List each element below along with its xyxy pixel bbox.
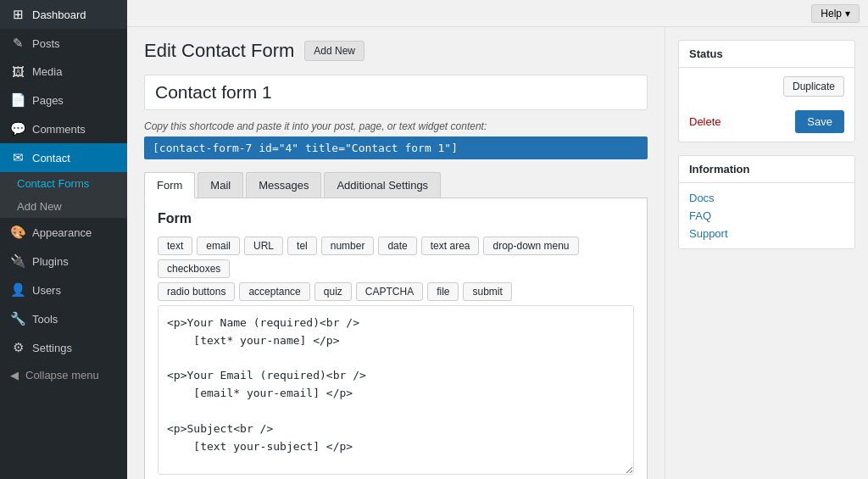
tag-btn-url[interactable]: URL (244, 237, 283, 255)
tag-btn-quiz[interactable]: quiz (314, 282, 352, 301)
sidebar-item-label: Appearance (32, 226, 92, 239)
left-content: Edit Contact Form Add New Copy this shor… (127, 27, 665, 479)
shortcode-label: Copy this shortcode and paste it into yo… (144, 120, 648, 132)
save-button[interactable]: Save (795, 110, 844, 133)
sidebar-item-settings[interactable]: ⚙ Settings (0, 333, 127, 362)
collapse-icon: ◀ (10, 369, 19, 382)
tab-messages[interactable]: Messages (246, 172, 321, 198)
info-links: Docs FAQ Support (689, 192, 844, 240)
status-box-body: Duplicate Delete Save (679, 68, 854, 142)
sidebar-item-appearance[interactable]: 🎨 Appearance (0, 218, 127, 247)
tag-row-1: text email URL tel number date text area… (158, 237, 634, 278)
tag-row-2: radio buttons acceptance quiz CAPTCHA fi… (158, 282, 634, 301)
tag-btn-acceptance[interactable]: acceptance (239, 282, 309, 301)
tab-mail[interactable]: Mail (198, 172, 243, 198)
collapse-menu[interactable]: ◀ Collapse menu (0, 362, 127, 388)
sidebar-item-media[interactable]: 🖼 Media (0, 58, 127, 86)
sidebar-item-tools[interactable]: 🔧 Tools (0, 304, 127, 333)
tag-btn-email[interactable]: email (197, 237, 240, 255)
plugins-icon: 🔌 (10, 253, 25, 269)
sidebar-item-pages[interactable]: 📄 Pages (0, 86, 127, 114)
tag-btn-submit[interactable]: submit (463, 282, 511, 301)
posts-icon: ✎ (10, 36, 25, 51)
form-name-input[interactable] (144, 75, 648, 110)
tag-btn-captcha[interactable]: CAPTCHA (356, 282, 423, 301)
add-new-button[interactable]: Add New (304, 41, 364, 61)
tab-additional-settings[interactable]: Additional Settings (324, 172, 441, 198)
form-content-textarea[interactable] (158, 305, 634, 475)
pages-icon: 📄 (10, 92, 25, 108)
status-box: Status Duplicate Delete Save (678, 40, 855, 142)
settings-icon: ⚙ (10, 340, 25, 355)
help-label: Help (821, 8, 842, 19)
sidebar-item-contact-forms[interactable]: Contact Forms (0, 172, 127, 195)
sidebar-menu: ⊞ Dashboard ✎ Posts 🖼 Media 📄 Pages 💬 Co… (0, 0, 127, 388)
sidebar: ⊞ Dashboard ✎ Posts 🖼 Media 📄 Pages 💬 Co… (0, 0, 127, 479)
help-button[interactable]: Help ▾ (811, 4, 860, 23)
info-box-body: Docs FAQ Support (679, 183, 854, 248)
status-bottom-actions: Delete Save (689, 103, 844, 133)
sidebar-item-users[interactable]: 👤 Users (0, 276, 127, 304)
duplicate-button[interactable]: Duplicate (783, 76, 844, 97)
tag-btn-radio[interactable]: radio buttons (158, 282, 235, 301)
sidebar-sub-label: Add New (17, 200, 62, 213)
media-icon: 🖼 (10, 64, 25, 79)
collapse-label: Collapse menu (25, 369, 99, 382)
users-icon: 👤 (10, 282, 25, 298)
page-title: Edit Contact Form (144, 40, 294, 62)
topbar: Help ▾ (127, 0, 868, 27)
main: Help ▾ Edit Contact Form Add New Copy th… (127, 0, 868, 479)
info-box-header: Information (679, 156, 854, 183)
faq-link[interactable]: FAQ (689, 209, 844, 222)
tag-btn-textarea[interactable]: text area (421, 237, 480, 255)
info-box: Information Docs FAQ Support (678, 155, 855, 249)
form-editor: Form text email URL tel number date text… (144, 198, 648, 479)
tag-btn-file[interactable]: file (427, 282, 459, 301)
tabs: Form Mail Messages Additional Settings (144, 172, 648, 198)
shortcode-box[interactable]: [contact-form-7 id="4" title="Contact fo… (144, 136, 648, 159)
tab-form[interactable]: Form (144, 172, 195, 198)
sidebar-item-comments[interactable]: 💬 Comments (0, 114, 127, 143)
status-box-header: Status (679, 41, 854, 68)
tag-btn-number[interactable]: number (321, 237, 375, 255)
page-header: Edit Contact Form Add New (144, 40, 648, 62)
right-sidebar: Status Duplicate Delete Save Information (665, 27, 868, 479)
tag-btn-text[interactable]: text (158, 237, 192, 255)
sidebar-item-posts[interactable]: ✎ Posts (0, 29, 127, 58)
sidebar-item-label: Tools (32, 313, 58, 326)
sidebar-item-add-new[interactable]: Add New (0, 195, 127, 218)
tag-btn-date[interactable]: date (378, 237, 416, 255)
sidebar-sub-label: Contact Forms (17, 177, 89, 190)
sidebar-item-dashboard[interactable]: ⊞ Dashboard (0, 0, 127, 29)
sidebar-item-label: Settings (32, 342, 72, 354)
delete-link[interactable]: Delete (689, 115, 721, 128)
sidebar-item-label: Comments (32, 123, 86, 136)
sidebar-item-label: Dashboard (32, 8, 86, 21)
tag-btn-tel[interactable]: tel (287, 237, 317, 255)
sidebar-item-contact[interactable]: ✉ Contact (0, 143, 127, 172)
help-chevron-icon: ▾ (845, 8, 850, 19)
sidebar-item-label: Contact (32, 152, 70, 164)
sidebar-item-label: Users (32, 284, 61, 297)
sidebar-item-label: Media (32, 65, 62, 78)
tag-btn-checkboxes[interactable]: checkboxes (158, 259, 230, 278)
contact-icon: ✉ (10, 150, 25, 165)
form-editor-title: Form (158, 211, 634, 226)
sidebar-submenu: Contact Forms Add New (0, 172, 127, 218)
docs-link[interactable]: Docs (689, 192, 844, 204)
appearance-icon: 🎨 (10, 225, 25, 240)
dashboard-icon: ⊞ (10, 7, 25, 22)
tools-icon: 🔧 (10, 311, 25, 326)
sidebar-item-plugins[interactable]: 🔌 Plugins (0, 247, 127, 276)
sidebar-item-label: Plugins (32, 255, 69, 268)
support-link[interactable]: Support (689, 227, 844, 240)
tag-btn-dropdown[interactable]: drop-down menu (483, 237, 578, 255)
sidebar-item-label: Pages (32, 94, 64, 107)
content-area: Edit Contact Form Add New Copy this shor… (127, 27, 868, 479)
sidebar-item-label: Posts (32, 37, 60, 50)
comments-icon: 💬 (10, 121, 25, 136)
